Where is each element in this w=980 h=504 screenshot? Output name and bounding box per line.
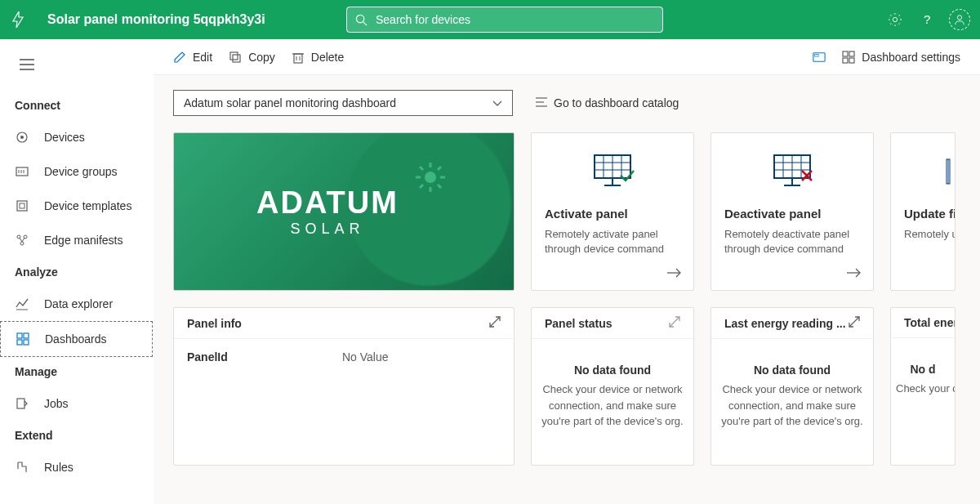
top-header: Solar panel monitoring 5qqpkh3y3i ? bbox=[0, 0, 980, 39]
svg-rect-36 bbox=[843, 51, 848, 56]
edit-button[interactable]: Edit bbox=[173, 51, 212, 64]
edge-manifests-icon bbox=[15, 233, 29, 248]
last-energy-tile: Last energy reading ... No data found Ch… bbox=[710, 307, 874, 466]
sidebar-item-label: Rules bbox=[44, 461, 74, 474]
dashboard-area: Adatum solar panel monitoring dashboard … bbox=[154, 75, 980, 504]
device-groups-icon bbox=[15, 164, 29, 179]
sidebar-section-extend: Extend bbox=[0, 421, 153, 450]
svg-point-2 bbox=[893, 17, 897, 21]
svg-point-43 bbox=[425, 172, 436, 183]
fullscreen-button[interactable] bbox=[813, 51, 826, 64]
svg-rect-27 bbox=[17, 399, 24, 408]
expand-icon[interactable] bbox=[489, 316, 501, 330]
svg-rect-38 bbox=[843, 58, 848, 63]
sidebar-item-device-templates[interactable]: Device templates bbox=[0, 189, 153, 223]
svg-line-50 bbox=[420, 185, 423, 188]
dashboard-settings-icon bbox=[842, 51, 855, 64]
svg-rect-24 bbox=[24, 333, 29, 338]
delete-icon bbox=[292, 51, 305, 64]
sidebar-item-label: Edge manifests bbox=[44, 234, 123, 247]
sun-icon bbox=[414, 161, 447, 194]
settings-icon[interactable] bbox=[887, 11, 903, 28]
header-right: ? bbox=[887, 9, 970, 30]
delete-button[interactable]: Delete bbox=[292, 51, 344, 64]
sidebar-item-devices[interactable]: Devices bbox=[0, 120, 153, 154]
bolt-icon bbox=[10, 11, 26, 28]
expand-icon[interactable] bbox=[849, 316, 860, 330]
svg-line-75 bbox=[670, 317, 679, 327]
dashboard-settings-button[interactable]: Dashboard settings bbox=[842, 51, 960, 64]
panel-info-tile: Panel info PanelId No Value bbox=[173, 307, 514, 466]
chevron-down-icon bbox=[492, 96, 502, 109]
svg-rect-25 bbox=[17, 340, 22, 345]
svg-rect-29 bbox=[233, 55, 240, 62]
svg-rect-30 bbox=[294, 54, 302, 63]
sidebar-item-data-explorer[interactable]: Data explorer bbox=[0, 287, 153, 321]
search-box[interactable] bbox=[346, 7, 663, 33]
expand-icon[interactable] bbox=[669, 316, 680, 330]
devices-icon bbox=[15, 130, 29, 145]
sidebar-item-label: Device templates bbox=[44, 199, 131, 212]
svg-point-0 bbox=[356, 15, 363, 22]
svg-line-51 bbox=[438, 167, 441, 170]
data-explorer-icon bbox=[15, 297, 29, 311]
account-icon[interactable] bbox=[949, 9, 970, 30]
search-input[interactable] bbox=[376, 13, 654, 26]
svg-line-21 bbox=[22, 238, 24, 242]
help-icon[interactable]: ? bbox=[918, 11, 934, 28]
svg-rect-16 bbox=[20, 203, 24, 208]
svg-rect-35 bbox=[815, 54, 818, 56]
activate-panel-tile[interactable]: Activate panel Remotely activate panel t… bbox=[531, 132, 694, 291]
sidebar-item-device-groups[interactable]: Device groups bbox=[0, 154, 153, 189]
arrow-right-icon bbox=[667, 267, 682, 280]
sidebar-item-rules[interactable]: Rules bbox=[0, 450, 153, 484]
jobs-icon bbox=[15, 396, 29, 411]
activate-icon bbox=[588, 151, 637, 192]
rules-icon bbox=[15, 460, 29, 475]
copy-button[interactable]: Copy bbox=[229, 51, 275, 64]
fullscreen-icon bbox=[813, 51, 826, 64]
svg-line-49 bbox=[438, 185, 441, 188]
sidebar-section-analyze: Analyze bbox=[0, 257, 153, 287]
sidebar-item-label: Devices bbox=[44, 131, 85, 144]
svg-rect-11 bbox=[16, 167, 28, 176]
edit-icon bbox=[173, 51, 186, 64]
sidebar-item-label: Device groups bbox=[44, 165, 118, 178]
svg-line-1 bbox=[363, 21, 367, 25]
sidebar-item-edge-manifests[interactable]: Edge manifests bbox=[0, 223, 153, 257]
svg-rect-39 bbox=[849, 58, 854, 63]
svg-text:?: ? bbox=[924, 13, 930, 26]
sidebar-item-label: Data explorer bbox=[44, 297, 113, 310]
sidebar-item-label: Jobs bbox=[44, 397, 69, 410]
svg-rect-23 bbox=[17, 333, 22, 338]
dashboard-selector[interactable]: Adatum solar panel monitoring dashboard bbox=[173, 90, 513, 116]
svg-rect-28 bbox=[230, 52, 238, 60]
hero-tile: ADATUM SOLAR bbox=[173, 132, 514, 291]
panel-status-tile: Panel status No data found Check your de… bbox=[531, 307, 694, 466]
sidebar-item-label: Dashboards bbox=[45, 332, 107, 346]
svg-line-74 bbox=[490, 317, 500, 327]
update-icon bbox=[945, 151, 956, 192]
svg-point-19 bbox=[20, 242, 24, 245]
svg-line-20 bbox=[20, 238, 22, 242]
sidebar-item-dashboards[interactable]: Dashboards bbox=[0, 321, 153, 357]
dashboards-icon bbox=[16, 332, 30, 346]
main: Edit Copy Delete Dashboard settings bbox=[154, 39, 980, 504]
update-firmware-tile[interactable]: Update fir Remotely up through dev bbox=[890, 132, 956, 291]
total-energy-tile: Total ener No d Check your connection, a… bbox=[890, 307, 956, 466]
svg-point-10 bbox=[20, 136, 24, 139]
hamburger-icon[interactable] bbox=[0, 46, 153, 91]
sidebar: Connect Devices Device groups Device tem… bbox=[0, 39, 154, 504]
svg-rect-15 bbox=[17, 201, 27, 211]
sidebar-item-jobs[interactable]: Jobs bbox=[0, 386, 153, 421]
svg-line-48 bbox=[420, 167, 423, 170]
toolbar: Edit Copy Delete Dashboard settings bbox=[154, 39, 980, 75]
copy-icon bbox=[229, 51, 242, 64]
svg-point-5 bbox=[957, 16, 961, 20]
search-icon bbox=[355, 14, 368, 26]
app-title: Solar panel monitoring 5qqpkh3y3i bbox=[47, 12, 265, 27]
deactivate-panel-tile[interactable]: Deactivate panel Remotely deactivate pan… bbox=[710, 132, 874, 291]
sidebar-section-manage: Manage bbox=[0, 357, 153, 386]
dashboard-catalog-link[interactable]: Go to dashboard catalog bbox=[536, 96, 679, 109]
deactivate-icon bbox=[768, 151, 817, 192]
